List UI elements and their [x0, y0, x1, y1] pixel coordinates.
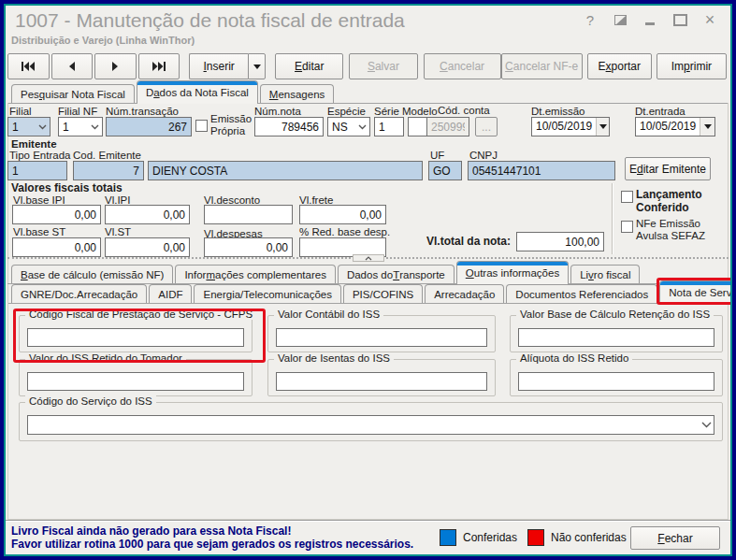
valor-base-retencao-field[interactable] [518, 328, 714, 347]
toolbar: Inserir Editar Salvar Cancelar Cancelar … [7, 53, 727, 79]
isentas-field[interactable] [276, 372, 487, 391]
tab-dados-da-nota-fiscal[interactable]: Dados da Nota Fiscal [137, 80, 258, 103]
tab-dados-do-transporte[interactable]: Dados do Transporte [338, 265, 455, 283]
tab-documentos-referenciados[interactable]: Documentos Referenciados [506, 284, 657, 303]
serie-field[interactable] [374, 117, 404, 136]
chevron-down-icon [355, 124, 369, 130]
nav-first-button[interactable] [7, 53, 50, 79]
legend-conferidas-swatch [440, 529, 456, 546]
status-message-line1: Livro Fiscal ainda não gerado para essa … [11, 524, 291, 538]
checkbox-panel-divider [612, 183, 613, 254]
splitter-collapse-button[interactable] [353, 254, 384, 262]
num-transacao-field[interactable] [106, 117, 192, 136]
num-nota-field[interactable] [254, 117, 324, 136]
maximize-icon[interactable] [672, 12, 687, 27]
valor-contabil-field[interactable] [276, 328, 487, 347]
window-client: 1007 - Manutenção de nota fiscal de entr… [6, 6, 730, 554]
vl-frete-field[interactable] [299, 205, 386, 224]
cfps-label: Código Fiscal de Prestação de Serviço - … [25, 309, 256, 320]
codigo-servico-select[interactable] [27, 415, 714, 435]
edit-button[interactable]: Editar [275, 53, 343, 79]
export-button[interactable]: Exportar [587, 53, 652, 79]
insert-dropdown-button[interactable] [248, 53, 266, 79]
calendar-dropdown-icon[interactable] [700, 118, 714, 136]
vl-desconto-field[interactable] [204, 205, 293, 224]
iss-retido-tomador-field[interactable] [27, 372, 244, 391]
tipo-entrada-field[interactable] [7, 161, 67, 180]
legend-nao-conferidas-label: Não conferidas [551, 531, 627, 544]
tab-livro-fiscal[interactable]: Livro fiscal [570, 265, 640, 283]
cod-emitente-field[interactable] [73, 161, 144, 180]
cod-conta-field[interactable] [426, 117, 469, 136]
nav-prev-button[interactable] [51, 53, 94, 79]
filial-select[interactable]: 1 [7, 117, 51, 136]
lancamento-conferido-checkbox[interactable] [621, 191, 633, 203]
tab-arrecadacao[interactable]: Arrecadação [425, 284, 504, 303]
cancel-button[interactable]: Cancelar [424, 53, 501, 79]
cfps-field[interactable] [27, 328, 244, 347]
tab-aidf[interactable]: AIDF [149, 284, 192, 303]
codigo-servico-group: Código do Serviço do ISS [19, 402, 723, 441]
valor-contabil-group: Valor Contábil do ISS [267, 315, 496, 352]
main-tab-bar: Pesquisar Nota Fiscal Dados da Nota Fisc… [7, 82, 729, 104]
chevron-down-icon [700, 422, 714, 428]
inner-tab-bar-1: Base de cálculo (emissão NF) Informações… [7, 264, 729, 284]
window-frame: 1007 - Manutenção de nota fiscal de entr… [4, 4, 732, 556]
lancamento-conferido-label: Lançamento Conferido [636, 188, 713, 214]
filial-value: 1 [8, 121, 36, 134]
especie-select[interactable]: NS [327, 117, 370, 136]
isentas-label: Valor de Isentas do ISS [274, 352, 394, 364]
nfe-avulsa-label: NFe Emissão Avulsa SEFAZ [636, 218, 713, 242]
chevron-down-icon [88, 124, 102, 130]
cod-conta-label: Cód. conta [438, 105, 490, 117]
tab-pesquisar-nota-fiscal[interactable]: Pesquisar Nota Fiscal [11, 84, 135, 103]
insert-button[interactable]: Inserir [189, 53, 248, 79]
valor-base-retencao-label: Valor Base de Cálculo Retenção do ISS [516, 309, 714, 320]
vl-base-ipi-field[interactable] [12, 205, 101, 224]
isentas-group: Valor de Isentas do ISS [267, 359, 496, 396]
calendar-dropdown-icon[interactable] [596, 118, 609, 136]
valor-base-retencao-group: Valor Base de Cálculo Retenção do ISS [510, 315, 723, 352]
vl-total-field[interactable] [516, 232, 604, 251]
close-icon[interactable]: × [702, 12, 717, 27]
tab-nota-de-servico-ns[interactable]: Nota de Serviço (NS) [659, 280, 730, 303]
restore-icon[interactable] [613, 12, 628, 27]
nav-next-button[interactable] [94, 53, 137, 79]
tab-pis-cofins[interactable]: PIS/COFINS [343, 284, 423, 303]
dt-emissao-picker[interactable]: 10/05/2019 [531, 117, 610, 136]
save-button[interactable]: Salvar [349, 53, 417, 79]
nav-last-button[interactable] [138, 53, 180, 79]
cod-conta-browse-button[interactable]: ... [475, 117, 498, 136]
filial-nf-select[interactable]: 1 [58, 117, 103, 136]
app-window: 1007 - Manutenção de nota fiscal de entr… [0, 0, 736, 560]
tab-mensagens[interactable]: Mensagens [260, 84, 334, 103]
print-button[interactable]: Imprimir [657, 53, 727, 79]
aliquota-retido-field[interactable] [518, 372, 714, 391]
dt-emissao-value: 10/05/2019 [532, 118, 596, 136]
tab-outras-informacoes[interactable]: Outras informações [456, 261, 569, 283]
tab-base-de-calculo[interactable]: Base de cálculo (emissão NF) [11, 265, 173, 283]
dt-entrada-value: 10/05/2019 [636, 118, 700, 136]
minimize-icon[interactable] [642, 12, 657, 27]
editar-emitente-button[interactable]: Editar Emitente [625, 157, 711, 180]
vl-ipi-field[interactable] [105, 205, 190, 224]
window-title: 1007 - Manutenção de nota fiscal de entr… [15, 9, 405, 32]
status-message-line2: Favor utilizar rotina 1000 para que seja… [11, 538, 413, 551]
uf-field[interactable] [428, 161, 462, 180]
tab-informacoes-complementares[interactable]: Informações complementares [175, 265, 336, 283]
help-icon[interactable]: ? [583, 12, 598, 27]
emitente-nome-field[interactable] [148, 161, 423, 180]
legend-nao-conferidas-swatch [527, 529, 544, 546]
cancel-nfe-button[interactable]: Cancelar NF-e [501, 53, 583, 79]
splitter [7, 254, 729, 263]
close-button[interactable]: Fechar [630, 526, 720, 550]
especie-value: NS [328, 121, 355, 134]
tab-energia-telecomunicacoes[interactable]: Energia/Telecomunicações [194, 284, 340, 303]
tab-gnre-doc-arrecadacao[interactable]: GNRE/Doc.Arrecadação [11, 284, 147, 303]
nfe-avulsa-checkbox[interactable] [621, 221, 633, 233]
emissao-propria-checkbox[interactable] [195, 120, 208, 132]
vl-total-label: Vl.total da nota: [408, 236, 511, 248]
aliquota-retido-group: Alíquota do ISS Retido [510, 359, 723, 396]
dt-entrada-picker[interactable]: 10/05/2019 [635, 117, 715, 136]
cnpj-field[interactable] [468, 161, 615, 180]
